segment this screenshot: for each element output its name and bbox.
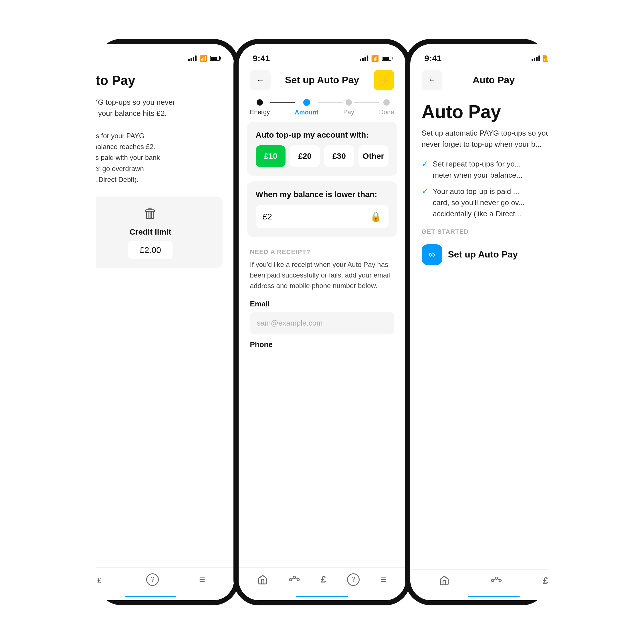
balance-input-row: £2 🔒 [256,205,389,228]
back-button[interactable]: ← [250,70,271,90]
center-nav-menu[interactable]: ≡ [381,574,387,586]
center-bottom-indicator [296,596,348,597]
balance-title: When my balance is lower than: [256,190,389,199]
receipt-label: NEED A RECEIPT? [250,248,394,256]
checkmark-icon-2: ✓ [422,187,428,196]
step-line-3 [354,102,379,103]
center-header-title: Set up Auto Pay [285,74,359,86]
left-bottom-nav: £ ? ≡ [67,567,234,597]
balance-value: £2 [263,212,272,221]
step-energy: Energy [250,99,270,116]
signal-icon [188,56,197,61]
topup-section: Auto top-up my account with: £10 £20 £30… [247,122,397,176]
email-input[interactable]: sam@example.com [250,312,394,334]
left-nav-help[interactable]: ? [146,573,159,586]
right-battery-icon [553,56,563,61]
get-started-label: GET STARTED [422,228,566,235]
right-nav-pound[interactable]: £ [543,575,548,586]
center-nav-pound[interactable]: £ [321,574,326,585]
step-done-dot [383,99,390,106]
amount-btn-other[interactable]: Other [358,145,389,167]
step-line-1 [270,102,295,103]
lightning-button[interactable]: ⚡ [374,70,394,90]
svg-line-4 [292,578,293,579]
step-done: Done [379,99,394,116]
svg-point-1 [290,578,292,581]
left-status-bar: 📶 [67,44,234,67]
svg-point-6 [491,579,494,582]
checkmark-item-2: ✓ Your auto top-up is paid ... card, so … [422,186,566,219]
amount-btn-30[interactable]: £30 [324,145,354,167]
amount-btn-10[interactable]: £10 [256,145,286,167]
center-header: ← Set up Auto Pay ⚡ [239,67,406,96]
right-phone-content: Auto Pay Set up automatic PAYG top-ups s… [410,96,577,569]
center-nav-home[interactable] [257,574,268,585]
step-amount-dot [303,99,310,106]
left-description: c PAYG top-ups so you never when your ba… [78,97,223,119]
svg-point-8 [499,579,501,582]
right-phone: 9:41 📶 ← Auto Pay [405,39,582,605]
email-label: Email [250,300,394,308]
svg-point-7 [495,577,498,579]
step-energy-dot [257,99,263,106]
autopay-description: Set up automatic PAYG top-ups so you nev… [422,128,566,150]
right-nav-nodes[interactable] [491,575,502,586]
right-back-arrow-icon: ← [428,76,436,85]
lightning-icon: ⚡ [378,74,390,86]
amount-options: £10 £20 £30 Other [256,145,389,167]
balance-section: When my balance is lower than: £2 🔒 [247,181,397,237]
checkmark-icon-1: ✓ [422,159,428,169]
left-nav-pound[interactable]: £ [96,574,106,585]
center-phone-content: Auto top-up my account with: £10 £20 £30… [239,122,406,567]
left-title: Auto Pay [78,73,223,88]
right-bottom-indicator [468,596,520,597]
right-header: ← Auto Pay [410,67,577,96]
left-phone-content: Auto Pay c PAYG top-ups so you never whe… [67,67,234,567]
center-phone: 9:41 📶 ← Set up Auto Pay ⚡ [233,39,411,605]
trash-icon: 🗑 [143,205,158,222]
left-nav-menu[interactable]: ≡ [199,574,205,586]
step-energy-label: Energy [250,108,270,116]
phone-label: Phone [250,340,394,349]
checkmark-text-2: Your auto top-up is paid ... card, so yo… [433,186,525,219]
left-phone: 📶 Auto Pay c PAYG top-ups so you never w… [62,39,239,605]
receipt-desc: If you'd like a receipt when your Auto P… [250,259,394,291]
center-status-time: 9:41 [253,53,270,63]
right-signal-icon [532,56,540,61]
step-amount-label: Amount [295,109,318,116]
center-signal-icon [360,56,368,61]
battery-icon [210,56,220,61]
svg-line-10 [498,579,499,580]
step-pay-dot [346,99,352,106]
amount-btn-20[interactable]: £20 [290,145,320,167]
step-amount: Amount [295,99,318,116]
svg-text:£: £ [97,576,102,585]
center-battery-icon [382,56,391,61]
step-done-label: Done [379,108,394,116]
step-pay-label: Pay [343,108,354,116]
svg-point-2 [293,576,296,578]
center-nav-nodes[interactable] [289,574,300,585]
divider [422,240,566,240]
right-back-button[interactable]: ← [422,70,442,90]
right-bottom-nav: £ [410,569,577,597]
svg-line-9 [494,579,495,580]
receipt-section: NEED A RECEIPT? If you'd like a receipt … [239,243,406,358]
checkmark-text-1: Set repeat top-ups for yo... meter when … [433,158,523,181]
autopay-main-title: Auto Pay [422,102,566,122]
step-line-2 [318,102,343,103]
setup-autopay-button[interactable]: ∞ Set up Auto Pay [422,244,566,265]
right-header-title: Auto Pay [473,74,515,86]
center-status-bar: 9:41 📶 [239,44,406,67]
progress-stepper: Energy Amount Pay Done [239,96,406,122]
credit-limit-label: Credit limit [129,227,171,237]
center-bottom-nav: £ ? ≡ [239,567,406,597]
checkmark-item-1: ✓ Set repeat top-ups for yo... meter whe… [422,158,566,181]
left-bottom-indicator [125,596,176,597]
center-nav-help[interactable]: ? [347,573,360,586]
right-status-time: 9:41 [425,53,442,63]
right-nav-home[interactable] [439,575,449,586]
topup-title: Auto top-up my account with: [256,130,389,140]
left-bullets: op-ups for your PAYG your balance reache… [78,130,223,185]
step-pay: Pay [343,99,354,116]
